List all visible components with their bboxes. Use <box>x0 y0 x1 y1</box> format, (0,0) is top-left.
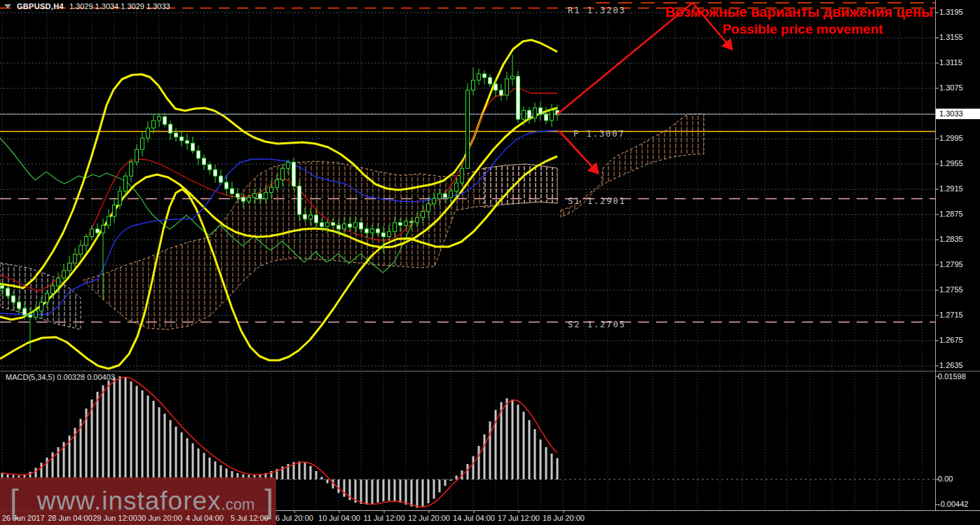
watermark-text: www.instaforex <box>37 486 222 516</box>
price-axis-label: 1.2795 <box>939 260 963 268</box>
price-axis-label: 1.2995 <box>939 134 963 142</box>
macd-axis-min: -0.00442 <box>938 500 968 508</box>
annotation-text-russian: Возможные варианты движения цены <box>659 4 939 20</box>
price-axis-label: 1.3115 <box>939 58 962 67</box>
price-axis-label: 1.3195 <box>939 8 963 16</box>
price-axis-label: 1.2635 <box>939 361 963 369</box>
price-axis-label: 1.2955 <box>939 159 963 168</box>
chart-menu-triangle-icon[interactable] <box>4 4 11 8</box>
price-axis-label: 1.2755 <box>939 285 963 294</box>
macd-axis-max: 0.01598 <box>938 372 966 381</box>
price-axis-label: 1.3075 <box>939 83 963 92</box>
ohlc-quote-values: 1.3029 1.3034 1.3029 1.3033 <box>69 2 170 11</box>
chart-header: GBPUSD,H4 1.3029 1.3034 1.3029 1.3033 <box>4 2 170 11</box>
annotation-text-english: Possible price movement <box>701 22 904 37</box>
price-axis-label: 1.2875 <box>939 210 963 218</box>
price-axis-label: 1.2835 <box>939 235 963 243</box>
watermark-suffix: .com <box>222 496 255 514</box>
time-axis-label: 26 Jun 2017 <box>2 514 45 522</box>
macd-axis-zero: 0.00 <box>938 475 953 483</box>
price-axis-label: 1.3155 <box>939 33 963 41</box>
pivot-label-r1: R1 1.3203 <box>568 6 626 15</box>
ichimoku-cloud <box>0 114 704 329</box>
macd-indicator-label: MACD(5,34,5) 0.00328 0.00403 <box>6 373 115 381</box>
chart-canvas[interactable] <box>0 0 980 525</box>
price-axis-label: 1.2675 <box>939 336 963 344</box>
time-axis-label: 18 Jul 20:00 <box>536 514 592 522</box>
pivot-label-p: P 1.3007 <box>573 129 625 139</box>
price-axis-label: 1.2915 <box>939 184 963 193</box>
trading-terminal-chart: GBPUSD,H4 1.3029 1.3034 1.3029 1.3033 R1… <box>0 0 980 525</box>
pivot-label-s2: S2 1.2705 <box>568 320 626 329</box>
pivot-label-s1: S1 1.2901 <box>568 196 626 206</box>
current-price-tag: 1.3033 <box>936 109 980 119</box>
price-axis-label: 1.2715 <box>939 311 963 319</box>
symbol-timeframe-label: GBPUSD,H4 <box>17 2 64 11</box>
